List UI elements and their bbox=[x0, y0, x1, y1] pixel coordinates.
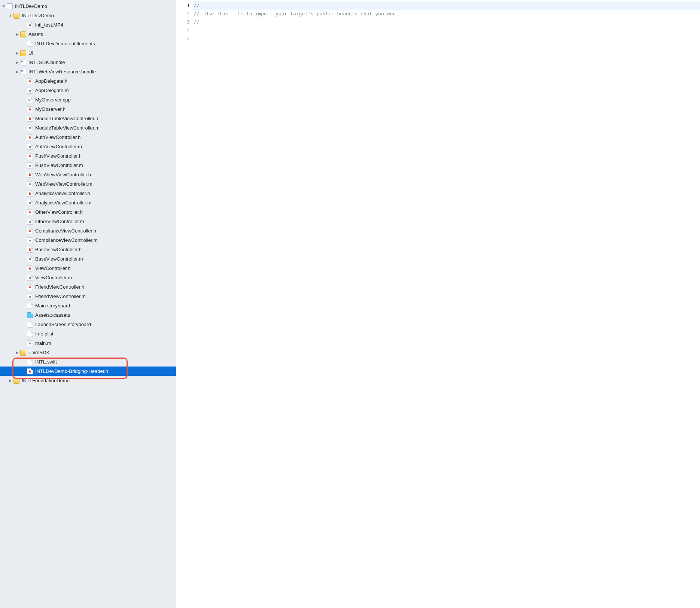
tree-item-info-plist[interactable]: Info.plist bbox=[0, 329, 176, 338]
mp4-file-icon: ● bbox=[27, 22, 33, 28]
tree-item-baseviewcontroller-m[interactable]: mBaseViewController.m bbox=[0, 254, 176, 264]
tree-item-viewcontroller-h[interactable]: hViewController.h bbox=[0, 264, 176, 273]
tree-item-intldevdemo-bridging-header-h[interactable]: hINTLDevDemo-Bridging-Header.h bbox=[0, 367, 176, 376]
tree-item-label: UI bbox=[28, 50, 33, 56]
m-file-icon: m bbox=[27, 294, 33, 300]
folder-icon bbox=[20, 31, 26, 37]
tree-item-pushviewcontroller-h[interactable]: hPushViewController.h bbox=[0, 151, 176, 161]
tree-item-intl-test-mp4[interactable]: ●intl_test.MP4 bbox=[0, 20, 176, 30]
tree-item-authviewcontroller-m[interactable]: mAuthViewController.m bbox=[0, 142, 176, 151]
tree-item-label: Assets.xcassets bbox=[35, 312, 70, 318]
tree-item-moduletableviewcontroller-m[interactable]: mModuleTableViewController.m bbox=[0, 123, 176, 133]
tree-item-intldevdemo-entitlements[interactable]: INTLDevDemo.entitlements bbox=[0, 39, 176, 48]
tree-item-friendviewcontroller-m[interactable]: mFriendViewController.m bbox=[0, 292, 176, 301]
tree-item-intlfoundationdemo[interactable]: ▶INTLFoundationDemo bbox=[0, 376, 176, 385]
tree-item-label: AnalyticsViewController.h bbox=[35, 191, 90, 196]
tree-item-complianceviewcontroller-h[interactable]: hComplianceViewController.h bbox=[0, 226, 176, 235]
tree-item-label: FriendViewController.m bbox=[35, 294, 86, 299]
code-line[interactable] bbox=[194, 34, 700, 43]
folder-icon bbox=[13, 13, 19, 19]
project-navigator[interactable]: ▼INTLDevDemo▼INTLDevDemo●intl_test.MP4▶A… bbox=[0, 0, 176, 608]
tree-item-label: AuthViewController.h bbox=[35, 134, 80, 140]
code-line[interactable]: // Use this file to import your target's… bbox=[194, 10, 700, 18]
disclosure-triangle-icon[interactable]: ▶ bbox=[8, 379, 13, 383]
m-file-icon: m bbox=[27, 256, 33, 262]
disclosure-triangle-icon[interactable]: ▶ bbox=[15, 51, 19, 55]
tree-item-otherviewcontroller-m[interactable]: mOtherViewController.m bbox=[0, 217, 176, 226]
disclosure-triangle-icon[interactable]: ▶ bbox=[15, 60, 19, 64]
tree-item-analyticsviewcontroller-h[interactable]: hAnalyticsViewController.h bbox=[0, 189, 176, 198]
tree-item-authviewcontroller-h[interactable]: hAuthViewController.h bbox=[0, 133, 176, 142]
disclosure-triangle-icon[interactable]: ▶ bbox=[15, 70, 19, 74]
tree-item-webviewviewcontroller-m[interactable]: mWebViewViewController.m bbox=[0, 179, 176, 189]
tree-item-assets[interactable]: ▶Assets bbox=[0, 30, 176, 39]
sb-file-icon bbox=[27, 322, 33, 328]
ent-file-icon bbox=[27, 41, 33, 47]
tree-item-baseviewcontroller-h[interactable]: hBaseViewController.h bbox=[0, 245, 176, 254]
tree-item-label: intl_test.MP4 bbox=[35, 22, 63, 28]
tree-item-label: ModuleTableViewController.h bbox=[35, 116, 98, 121]
swift-file-icon bbox=[27, 359, 33, 365]
tree-item-webviewviewcontroller-h[interactable]: hWebViewViewController.h bbox=[0, 170, 176, 179]
tree-item-label: PushViewController.m bbox=[35, 162, 83, 168]
tree-item-label: INTLWebViewResource.bundle bbox=[28, 69, 96, 75]
disclosure-triangle-icon[interactable]: ▼ bbox=[8, 13, 13, 18]
tree-item-analyticsviewcontroller-m[interactable]: mAnalyticsViewController.m bbox=[0, 198, 176, 207]
xcode-project-icon bbox=[7, 3, 13, 9]
tree-item-main-storyboard[interactable]: Main.storyboard bbox=[0, 301, 176, 310]
tree-item-thirdsdk[interactable]: ▶ThirdSDK bbox=[0, 348, 176, 357]
tree-item-pushviewcontroller-m[interactable]: mPushViewController.m bbox=[0, 161, 176, 170]
h-file-icon: h bbox=[27, 172, 33, 178]
tree-item-label: AppDelegate.h bbox=[35, 78, 67, 84]
tree-item-moduletableviewcontroller-h[interactable]: hModuleTableViewController.h bbox=[0, 114, 176, 123]
tree-item-label: MyObserver.cpp bbox=[35, 97, 71, 103]
tree-item-ui[interactable]: ▶UI bbox=[0, 48, 176, 58]
tree-item-intldevdemo[interactable]: ▼INTLDevDemo bbox=[0, 1, 176, 11]
m-file-icon: m bbox=[27, 125, 33, 131]
tree-item-label: INTLSDK.bundle bbox=[28, 60, 65, 65]
tree-item-complianceviewcontroller-m[interactable]: mComplianceViewController.m bbox=[0, 235, 176, 245]
line-number: 2 bbox=[176, 10, 190, 18]
m-file-icon: m bbox=[27, 144, 33, 150]
tree-item-label: OtherViewController.h bbox=[35, 209, 83, 215]
h-file-icon: h bbox=[27, 116, 33, 122]
tree-item-label: LaunchScreen.storyboard bbox=[35, 322, 91, 327]
h-file-icon: h bbox=[27, 78, 33, 84]
tree-item-label: ComplianceViewController.h bbox=[35, 228, 96, 234]
code-line[interactable] bbox=[194, 26, 700, 34]
tree-item-label: INTLFoundationDemo bbox=[22, 378, 70, 383]
code-area[interactable]: //// Use this file to import your target… bbox=[194, 0, 700, 608]
tree-item-intlsdk-bundle[interactable]: ▶INTLSDK.bundle bbox=[0, 58, 176, 67]
code-editor[interactable]: 12345 //// Use this file to import your … bbox=[176, 0, 700, 608]
tree-item-intlwebviewresource-bundle[interactable]: ▶INTLWebViewResource.bundle bbox=[0, 67, 176, 76]
tree-item-label: Main.storyboard bbox=[35, 303, 70, 308]
tree-item-myobserver-h[interactable]: hMyObserver.h bbox=[0, 104, 176, 114]
tree-item-intldevdemo[interactable]: ▼INTLDevDemo bbox=[0, 11, 176, 20]
tree-item-label: Info.plist bbox=[35, 331, 53, 337]
xcassets-icon bbox=[27, 312, 33, 318]
m-file-icon: m bbox=[27, 237, 33, 243]
tree-item-appdelegate-m[interactable]: mAppDelegate.m bbox=[0, 86, 176, 95]
tree-item-label: AnalyticsViewController.m bbox=[35, 200, 91, 206]
tree-item-label: INTLDevDemo-Bridging-Header.h bbox=[35, 368, 108, 374]
tree-item-assets-xcassets[interactable]: Assets.xcassets bbox=[0, 310, 176, 320]
disclosure-triangle-icon[interactable]: ▶ bbox=[15, 350, 19, 355]
tree-item-label: ModuleTableViewController.m bbox=[35, 125, 100, 131]
tree-item-label: Assets bbox=[28, 31, 43, 37]
line-number: 3 bbox=[176, 18, 190, 26]
disclosure-triangle-icon[interactable]: ▼ bbox=[1, 4, 6, 8]
tree-item-label: BaseViewController.m bbox=[35, 256, 83, 262]
tree-item-appdelegate-h[interactable]: hAppDelegate.h bbox=[0, 76, 176, 86]
tree-item-viewcontroller-m[interactable]: mViewController.m bbox=[0, 273, 176, 282]
code-line[interactable]: // bbox=[194, 1, 700, 10]
tree-item-label: PushViewController.h bbox=[35, 153, 82, 159]
code-line[interactable]: // bbox=[194, 18, 700, 26]
tree-item-intl-swift[interactable]: INTL.swift bbox=[0, 357, 176, 367]
tree-item-myobserver-cpp[interactable]: c+MyObserver.cpp bbox=[0, 95, 176, 104]
tree-item-launchscreen-storyboard[interactable]: LaunchScreen.storyboard bbox=[0, 320, 176, 329]
disclosure-triangle-icon[interactable]: ▶ bbox=[15, 32, 19, 36]
tree-item-label: ThirdSDK bbox=[28, 350, 49, 355]
tree-item-friendviewcontroller-h[interactable]: hFriendViewController.h bbox=[0, 282, 176, 292]
tree-item-otherviewcontroller-h[interactable]: hOtherViewController.h bbox=[0, 207, 176, 217]
tree-item-main-m[interactable]: mmain.m bbox=[0, 338, 176, 348]
